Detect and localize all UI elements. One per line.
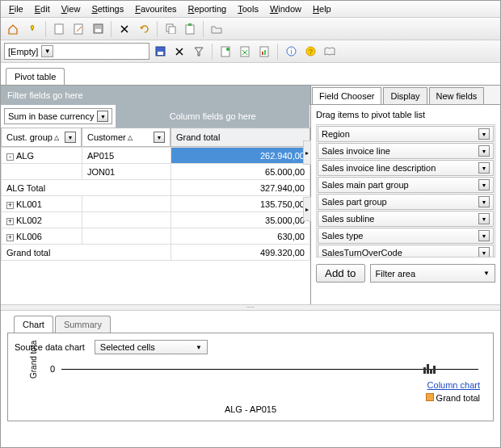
menu-help[interactable]: Help bbox=[308, 2, 336, 15]
chevron-down-icon[interactable]: ▼ bbox=[478, 196, 490, 207]
filter-dropdown-icon[interactable]: ▼ bbox=[65, 132, 76, 143]
chevron-down-icon[interactable]: ▼ bbox=[97, 111, 108, 122]
field-item[interactable]: Sales part group▼ bbox=[318, 194, 494, 210]
col-customer[interactable]: Customer bbox=[87, 132, 126, 142]
filter-drop-area[interactable]: Filter fields go here bbox=[1, 86, 310, 105]
view-combo-text: [Empty] bbox=[8, 47, 38, 57]
expand-icon[interactable]: + bbox=[6, 202, 14, 209]
table-row[interactable]: Grand total499.320,00 bbox=[2, 245, 310, 261]
export-icon[interactable] bbox=[217, 43, 234, 61]
source-chart-label: Source data chart bbox=[15, 342, 85, 352]
field-list[interactable]: Region▼Sales invoice line▼Sales invoice … bbox=[316, 124, 495, 257]
undo-icon[interactable] bbox=[135, 20, 153, 38]
menu-window[interactable]: Window bbox=[265, 2, 306, 15]
menubar: FileEditViewSettingsFavouritesReportingT… bbox=[1, 1, 500, 18]
chevron-down-icon[interactable]: ▼ bbox=[478, 247, 490, 257]
pivot-table: -ALGAP015262.940,00JON0165.000,00ALG Tot… bbox=[1, 147, 310, 261]
collapse-icon[interactable]: - bbox=[6, 153, 14, 161]
chevron-down-icon[interactable]: ▼ bbox=[478, 128, 490, 140]
menu-tools[interactable]: Tools bbox=[233, 2, 263, 15]
main-tabs: Pivot table bbox=[1, 63, 500, 85]
field-item[interactable]: Region▼ bbox=[318, 126, 494, 142]
toolbar-row-2: [Empty] ▼ i ? bbox=[1, 40, 500, 63]
column-drop-area[interactable]: Column fields go here bbox=[116, 105, 310, 128]
home-icon[interactable] bbox=[4, 20, 22, 38]
chevron-down-icon: ▼ bbox=[196, 344, 202, 351]
svg-rect-6 bbox=[186, 25, 194, 34]
book-icon[interactable] bbox=[321, 43, 339, 61]
filter-dropdown-icon[interactable]: ▼ bbox=[154, 132, 165, 143]
expand-handle-right[interactable]: ▸ bbox=[303, 197, 311, 221]
horizontal-splitter[interactable]: ┄┄ bbox=[1, 304, 500, 311]
field-item[interactable]: Sales invoice line description▼ bbox=[318, 160, 494, 176]
chevron-down-icon[interactable]: ▼ bbox=[478, 145, 490, 157]
table-row[interactable]: -ALGAP015262.940,00 bbox=[2, 148, 310, 164]
view-combo[interactable]: [Empty] ▼ bbox=[4, 43, 149, 60]
edit-icon[interactable] bbox=[69, 20, 87, 38]
table-row[interactable]: ALG Total327.940,00 bbox=[2, 180, 310, 196]
menu-edit[interactable]: Edit bbox=[30, 2, 55, 15]
chart-bars-icon bbox=[423, 362, 440, 374]
filter-icon[interactable] bbox=[190, 43, 208, 61]
chevron-down-icon[interactable]: ▼ bbox=[41, 45, 53, 57]
table-row[interactable]: JON0165.000,00 bbox=[2, 164, 310, 180]
paste-icon[interactable] bbox=[181, 20, 199, 38]
field-item[interactable]: Sales invoice line▼ bbox=[318, 143, 494, 159]
expand-handle-right[interactable]: ▸ bbox=[303, 140, 311, 165]
menu-file[interactable]: File bbox=[4, 2, 28, 15]
target-area-combo[interactable]: Filter area ▼ bbox=[370, 264, 495, 283]
menu-favourites[interactable]: Favourites bbox=[130, 2, 181, 15]
chevron-down-icon[interactable]: ▼ bbox=[478, 213, 490, 224]
chart-y-label: Grand tota bbox=[29, 341, 38, 379]
pin-icon[interactable] bbox=[23, 20, 41, 38]
table-row[interactable]: +KL00235.000,00 bbox=[2, 212, 310, 228]
sum-field-chip[interactable]: Sum in base currency ▼ bbox=[4, 108, 112, 124]
chart-type-link[interactable]: Column chart bbox=[427, 380, 480, 390]
field-item[interactable]: SalesTurnOverCode▼ bbox=[318, 245, 494, 257]
report-icon[interactable] bbox=[255, 43, 273, 61]
table-row[interactable]: +KL001135.750,00 bbox=[2, 196, 310, 212]
tab-summary[interactable]: Summary bbox=[55, 316, 111, 333]
sort-asc-icon[interactable]: △ bbox=[128, 134, 133, 141]
save-icon[interactable] bbox=[89, 20, 107, 38]
chart-axis bbox=[61, 369, 478, 370]
svg-rect-23 bbox=[433, 366, 436, 374]
info-icon[interactable]: i bbox=[282, 43, 300, 61]
tab-pivot-table[interactable]: Pivot table bbox=[6, 68, 65, 85]
field-item[interactable]: Sales subline▼ bbox=[318, 211, 494, 227]
field-item[interactable]: Sales type▼ bbox=[318, 228, 494, 244]
tab-chart[interactable]: Chart bbox=[14, 316, 53, 333]
add-to-button[interactable]: Add to bbox=[316, 264, 365, 283]
copy-icon[interactable] bbox=[162, 20, 179, 38]
side-tab-display[interactable]: Display bbox=[383, 87, 427, 104]
svg-rect-20 bbox=[423, 367, 426, 374]
side-tab-new-fields[interactable]: New fields bbox=[429, 87, 485, 104]
sort-asc-icon[interactable]: △ bbox=[54, 134, 59, 141]
chevron-down-icon[interactable]: ▼ bbox=[478, 162, 490, 174]
source-chart-combo[interactable]: Selected cells ▼ bbox=[95, 340, 208, 354]
svg-rect-15 bbox=[264, 50, 266, 55]
menu-view[interactable]: View bbox=[57, 2, 86, 15]
side-tab-field-chooser[interactable]: Field Chooser bbox=[312, 87, 381, 104]
save-view-icon[interactable] bbox=[151, 43, 169, 61]
menu-reporting[interactable]: Reporting bbox=[183, 2, 232, 15]
bottom-tabs: ChartSummary bbox=[1, 311, 500, 333]
chevron-down-icon[interactable]: ▼ bbox=[478, 230, 490, 241]
col-cust-group[interactable]: Cust. group bbox=[6, 132, 53, 142]
chart-canvas: Grand tota 0 Column chart Grand total bbox=[29, 362, 486, 403]
field-item[interactable]: Sales main part group▼ bbox=[318, 177, 494, 193]
folder-icon[interactable] bbox=[208, 20, 225, 38]
excel-icon[interactable] bbox=[236, 43, 254, 61]
menu-settings[interactable]: Settings bbox=[86, 2, 128, 15]
table-row[interactable]: +KL006630,00 bbox=[2, 228, 310, 245]
expand-icon[interactable]: + bbox=[6, 234, 14, 241]
expand-icon[interactable]: + bbox=[6, 218, 14, 225]
chevron-down-icon[interactable]: ▼ bbox=[478, 179, 490, 191]
help-icon[interactable]: ? bbox=[301, 43, 319, 61]
delete-icon[interactable] bbox=[116, 20, 133, 38]
svg-rect-3 bbox=[95, 29, 101, 32]
svg-rect-0 bbox=[55, 24, 63, 34]
delete-view-icon[interactable] bbox=[171, 43, 188, 61]
new-icon[interactable] bbox=[50, 20, 68, 38]
toolbar-row-1 bbox=[1, 18, 500, 40]
